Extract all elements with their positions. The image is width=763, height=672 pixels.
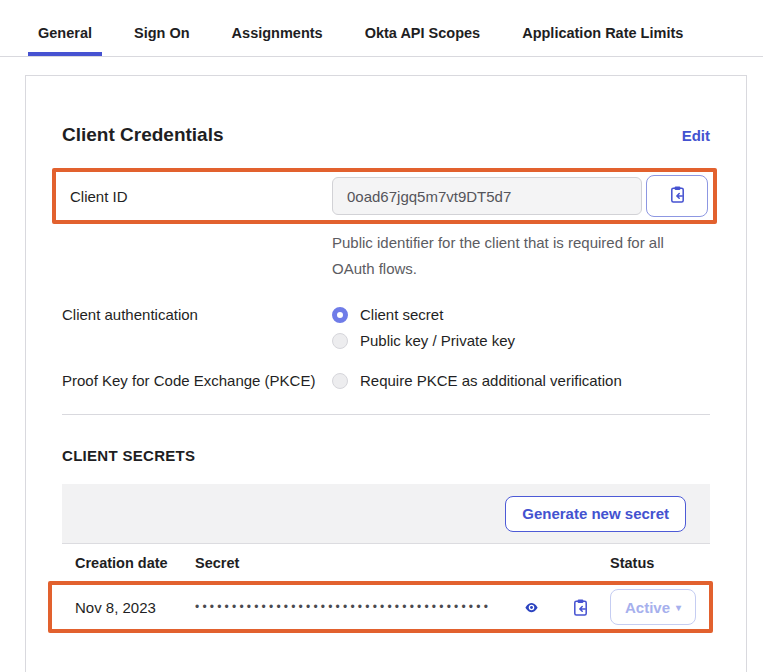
- chevron-down-icon: ▾: [676, 602, 681, 613]
- pkce-row: Proof Key for Code Exchange (PKCE) Requi…: [62, 370, 710, 392]
- radio-unselected-icon[interactable]: [332, 333, 348, 349]
- copy-client-id-button[interactable]: [646, 175, 708, 217]
- eye-icon[interactable]: [520, 596, 542, 618]
- client-id-input[interactable]: [332, 177, 642, 215]
- header-status: Status: [610, 555, 710, 571]
- tab-bar: General Sign On Assignments Okta API Sco…: [0, 0, 763, 57]
- status-label: Active: [625, 599, 670, 616]
- radio-public-private-key-label: Public key / Private key: [360, 330, 515, 352]
- radio-public-private-key[interactable]: Public key / Private key: [332, 330, 515, 352]
- clipboard-paste-icon: [668, 185, 687, 207]
- client-credentials-title: Client Credentials: [62, 124, 224, 146]
- client-secrets-toolbar: Generate new secret: [62, 484, 710, 544]
- tab-application-rate-limits[interactable]: Application Rate Limits: [512, 25, 693, 56]
- client-id-help-text: Public identifier for the client that is…: [332, 230, 666, 282]
- tab-sign-on[interactable]: Sign On: [124, 25, 200, 56]
- secret-creation-date: Nov 8, 2023: [75, 599, 195, 616]
- pkce-checkbox-option[interactable]: Require PKCE as additional verification: [332, 370, 622, 392]
- header-creation-date: Creation date: [62, 555, 195, 571]
- pkce-label: Proof Key for Code Exchange (PKCE): [62, 370, 332, 389]
- edit-link[interactable]: Edit: [682, 127, 710, 144]
- secret-cell: ••••••••••••••••••••••••••••••••••••••••: [195, 596, 610, 618]
- client-authentication-label: Client authentication: [62, 304, 332, 323]
- radio-selected-icon[interactable]: [332, 307, 348, 323]
- header-secret: Secret: [195, 555, 610, 571]
- checkbox-unchecked-icon[interactable]: [332, 373, 348, 389]
- tab-okta-api-scopes[interactable]: Okta API Scopes: [355, 25, 491, 56]
- client-id-highlight-box: Client ID: [52, 168, 717, 224]
- copy-secret-clipboard-icon[interactable]: [570, 597, 590, 617]
- pkce-checkbox-label: Require PKCE as additional verification: [360, 370, 622, 392]
- client-id-group: [332, 175, 708, 217]
- tab-assignments[interactable]: Assignments: [222, 25, 333, 56]
- status-active-dropdown[interactable]: Active ▾: [610, 589, 696, 625]
- general-settings-card: Client Credentials Edit Client ID: [25, 75, 747, 672]
- radio-client-secret-label: Client secret: [360, 304, 443, 326]
- section-divider: [62, 414, 710, 415]
- secrets-table-header: Creation date Secret Status: [62, 544, 710, 581]
- client-id-label: Client ID: [70, 188, 332, 205]
- generate-new-secret-button[interactable]: Generate new secret: [505, 496, 686, 532]
- secret-row-highlight-box: Nov 8, 2023 ••••••••••••••••••••••••••••…: [48, 581, 713, 633]
- client-secrets-title: CLIENT SECRETS: [62, 447, 710, 464]
- tab-general[interactable]: General: [28, 25, 102, 56]
- client-credentials-header: Client Credentials Edit: [62, 124, 710, 146]
- radio-client-secret[interactable]: Client secret: [332, 304, 515, 326]
- client-authentication-row: Client authentication Client secret Publ…: [62, 304, 710, 352]
- masked-secret-value: ••••••••••••••••••••••••••••••••••••••••: [195, 600, 520, 614]
